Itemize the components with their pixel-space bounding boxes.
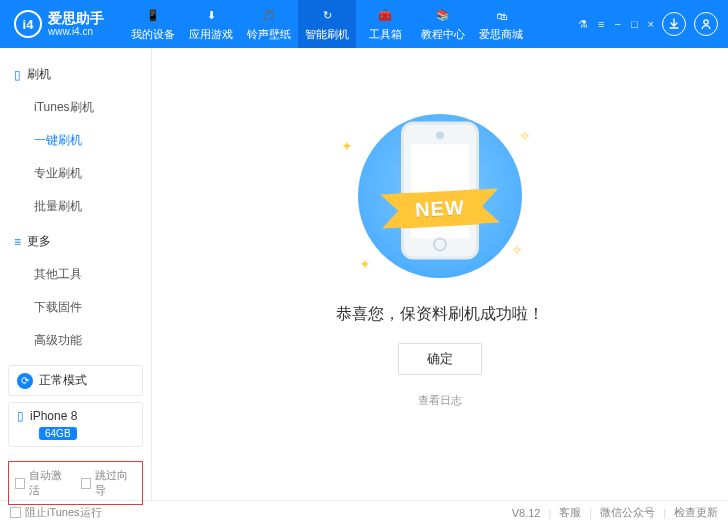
- menu-icon[interactable]: ≡: [598, 18, 604, 31]
- wechat-link[interactable]: 微信公众号: [600, 505, 655, 520]
- maximize-icon[interactable]: □: [631, 18, 638, 31]
- tab-toolbox[interactable]: 🧰工具箱: [356, 0, 414, 48]
- sidebar-item-itunes-flash[interactable]: iTunes刷机: [0, 91, 151, 124]
- tab-my-device[interactable]: 📱我的设备: [124, 0, 182, 48]
- sidebar-item-pro-flash[interactable]: 专业刷机: [0, 157, 151, 190]
- spark-icon: ✧: [519, 128, 531, 144]
- phone-icon: ▯: [14, 68, 21, 82]
- check-update-link[interactable]: 检查更新: [674, 505, 718, 520]
- sidebar-item-onekey-flash[interactable]: 一键刷机: [0, 124, 151, 157]
- app-name: 爱思助手: [48, 11, 104, 26]
- close-icon[interactable]: ×: [648, 18, 654, 31]
- support-link[interactable]: 客服: [559, 505, 581, 520]
- block-itunes-checkbox[interactable]: 阻止iTunes运行: [10, 505, 102, 520]
- sidebar-item-batch-flash[interactable]: 批量刷机: [0, 190, 151, 223]
- sidebar-item-download-fw[interactable]: 下载固件: [0, 291, 151, 324]
- mode-icon: ⟳: [17, 373, 33, 389]
- title-bar: i4 爱思助手 www.i4.cn 📱我的设备 ⬇应用游戏 🎵铃声壁纸 ↻智能刷…: [0, 0, 728, 48]
- success-illustration: ✦ ✧ ✦ ✧ NEW: [335, 114, 545, 278]
- skip-guide-checkbox[interactable]: 跳过向导: [81, 468, 137, 498]
- store-icon: 🛍: [492, 7, 510, 25]
- tab-apps[interactable]: ⬇应用游戏: [182, 0, 240, 48]
- new-ribbon: NEW: [400, 190, 479, 229]
- device-name: iPhone 8: [30, 409, 77, 423]
- device-selector[interactable]: ▯ iPhone 8 64GB: [8, 402, 143, 447]
- mode-label: 正常模式: [39, 372, 87, 389]
- mode-selector[interactable]: ⟳ 正常模式: [8, 365, 143, 396]
- main-tabs: 📱我的设备 ⬇应用游戏 🎵铃声壁纸 ↻智能刷机 🧰工具箱 📚教程中心 🛍爱思商城: [124, 0, 530, 48]
- main-content: ✦ ✧ ✦ ✧ NEW 恭喜您，保资料刷机成功啦！ 确定 查看日志: [152, 48, 728, 500]
- device-storage-badge: 64GB: [39, 427, 77, 440]
- spark-icon: ✦: [359, 256, 371, 272]
- user-button[interactable]: [694, 12, 718, 36]
- window-controls: ⚗ ≡ − □ ×: [578, 18, 654, 31]
- sidebar-group-more: ≡ 更多: [0, 229, 151, 258]
- book-icon: 📚: [434, 7, 452, 25]
- sidebar-item-advanced[interactable]: 高级功能: [0, 324, 151, 357]
- tab-tutorials[interactable]: 📚教程中心: [414, 0, 472, 48]
- spark-icon: ✧: [511, 242, 523, 258]
- auto-activate-checkbox[interactable]: 自动激活: [15, 468, 71, 498]
- music-icon: 🎵: [260, 7, 278, 25]
- confirm-button[interactable]: 确定: [398, 343, 482, 375]
- app-logo: i4 爱思助手 www.i4.cn: [14, 10, 104, 38]
- view-log-link[interactable]: 查看日志: [418, 393, 462, 408]
- tab-store[interactable]: 🛍爱思商城: [472, 0, 530, 48]
- tab-ringtones[interactable]: 🎵铃声壁纸: [240, 0, 298, 48]
- version-label: V8.12: [512, 507, 541, 519]
- logo-icon: i4: [14, 10, 42, 38]
- refresh-icon: ↻: [318, 7, 336, 25]
- tab-flash[interactable]: ↻智能刷机: [298, 0, 356, 48]
- options-highlight: 自动激活 跳过向导: [8, 461, 143, 505]
- spark-icon: ✦: [341, 138, 353, 154]
- sidebar-item-other-tools[interactable]: 其他工具: [0, 258, 151, 291]
- lock-icon[interactable]: ⚗: [578, 18, 588, 31]
- svg-point-0: [704, 20, 708, 24]
- device-icon: 📱: [144, 7, 162, 25]
- toolbox-icon: 🧰: [376, 7, 394, 25]
- sidebar: ▯ 刷机 iTunes刷机 一键刷机 专业刷机 批量刷机 ≡ 更多 其他工具 下…: [0, 48, 152, 500]
- device-phone-icon: ▯: [17, 409, 24, 423]
- download-button[interactable]: [662, 12, 686, 36]
- more-icon: ≡: [14, 235, 21, 249]
- minimize-icon[interactable]: −: [614, 18, 620, 31]
- success-message: 恭喜您，保资料刷机成功啦！: [336, 304, 544, 325]
- apps-icon: ⬇: [202, 7, 220, 25]
- app-url: www.i4.cn: [48, 26, 104, 37]
- sidebar-group-flash: ▯ 刷机: [0, 62, 151, 91]
